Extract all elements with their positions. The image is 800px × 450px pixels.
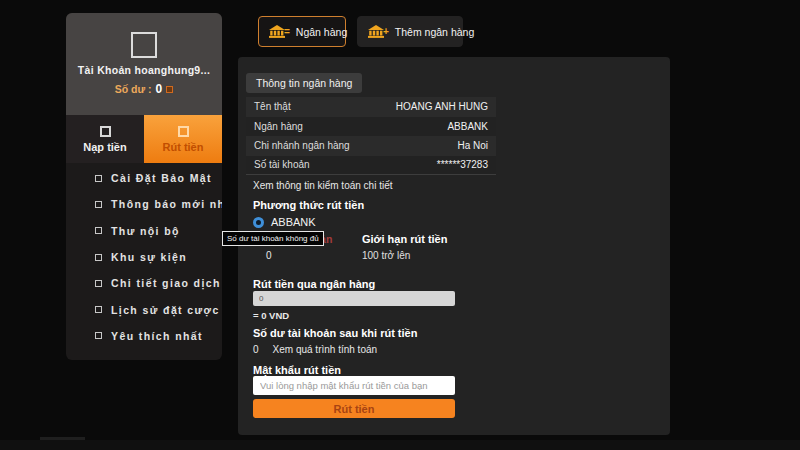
info-label: Số tài khoản — [254, 159, 310, 170]
sidebar-item-label: Chi tiết giao dịch — [111, 277, 221, 289]
audit-detail-link[interactable]: Xem thông tin kiểm toán chi tiết — [253, 180, 393, 191]
bullet-icon — [95, 254, 102, 261]
withdraw-limit-value: 100 trở lên — [362, 250, 410, 261]
tab-deposit[interactable]: Nạp tiền — [66, 115, 144, 163]
bullet-icon — [95, 332, 102, 339]
deposit-tab-label: Nạp tiền — [83, 141, 126, 153]
method-option-label: ABBANK — [271, 216, 316, 228]
calculation-link[interactable]: Xem quá trình tính toán — [273, 344, 378, 355]
bank-plus-icon: + — [368, 25, 389, 38]
bullet-icon — [95, 306, 102, 313]
sidebar-item-label: Thư nội bộ — [111, 225, 180, 237]
deposit-tab-icon — [100, 126, 111, 137]
bullet-icon — [95, 201, 102, 208]
withdraw-password-header: Mật khẩu rút tiền — [253, 364, 341, 376]
sidebar-menu: Cài Đặt Bảo Mật Thông báo mới nhất Thư n… — [66, 163, 222, 349]
table-row: Số tài khoản ******37283 — [246, 156, 496, 176]
equals-sign-icon: = — [284, 26, 290, 37]
balance-after-header: Số dư tài khoản sau khi rút tiền — [253, 327, 417, 339]
bullet-icon — [95, 227, 102, 234]
refresh-icon[interactable] — [166, 86, 173, 93]
table-row: Ngân hàng ABBANK — [246, 117, 496, 137]
sidebar-item-events[interactable]: Khu sự kiện — [66, 244, 222, 270]
sidebar-item-bet-history[interactable]: Lịch sử đặt cược — [66, 296, 222, 322]
info-label: Ngân hàng — [254, 121, 303, 132]
sidebar-item-label: Yêu thích nhất — [111, 330, 203, 342]
converted-amount: = 0 VND — [253, 310, 289, 321]
sidebar: Tài Khoản hoanghung9... Số dư : 0 Nạp ti… — [66, 13, 222, 360]
account-summary: Tài Khoản hoanghung9... Số dư : 0 — [66, 13, 222, 115]
sidebar-item-security[interactable]: Cài Đặt Bảo Mật — [66, 165, 222, 191]
add-bank-tab-label: Thêm ngân hàng — [395, 26, 474, 38]
bullet-icon — [95, 175, 102, 182]
withdraw-tab-label: Rút tiền — [163, 141, 204, 153]
withdraw-tab-icon — [178, 126, 189, 137]
bank-info-table: Tên thật HOANG ANH HUNG Ngân hàng ABBANK… — [246, 97, 496, 175]
balance-after-value: 0 — [253, 344, 259, 355]
sidebar-item-label: Cài Đặt Bảo Mật — [111, 172, 212, 184]
withdraw-password-input[interactable] — [253, 376, 455, 395]
balance-after-row: 0 Xem quá trình tính toán — [253, 344, 377, 355]
info-value: HOANG ANH HUNG — [396, 101, 488, 112]
sidebar-item-transactions[interactable]: Chi tiết giao dịch — [66, 270, 222, 296]
insufficient-balance-tooltip: Số dư tài khoản không đủ — [222, 231, 324, 246]
sidebar-item-announcements[interactable]: Thông báo mới nhất — [66, 191, 222, 217]
radio-selected-icon[interactable] — [253, 217, 264, 228]
balance-value: 0 — [156, 82, 163, 96]
withdraw-panel: Thông tin ngân hàng Tên thật HOANG ANH H… — [238, 57, 670, 435]
bank-info-chip: Thông tin ngân hàng — [246, 73, 362, 93]
bank-tab-label: Ngân hàng — [296, 26, 347, 38]
withdraw-amount-header: Rút tiền qua ngân hàng — [253, 278, 375, 290]
add-bank-tab[interactable]: + Thêm ngân hàng — [357, 16, 463, 47]
table-row: Chi nhánh ngân hàng Ha Noi — [246, 136, 496, 156]
wallet-tabs: Nạp tiền Rút tiền — [66, 115, 222, 163]
avatar-placeholder-icon — [131, 32, 157, 58]
bullet-icon — [95, 280, 102, 287]
sidebar-item-favorites[interactable]: Yêu thích nhất — [66, 323, 222, 349]
account-balance-value: 0 — [266, 250, 272, 261]
method-option-abbank[interactable]: ABBANK — [253, 216, 316, 228]
info-label: Chi nhánh ngân hàng — [254, 140, 350, 151]
info-value: ******37283 — [437, 159, 488, 170]
balance-row: Số dư : 0 — [115, 82, 173, 96]
plus-sign-icon: + — [383, 26, 389, 37]
sidebar-item-label: Thông báo mới nhất — [111, 198, 222, 210]
page: Tài Khoản hoanghung9... Số dư : 0 Nạp ti… — [0, 0, 800, 450]
bank-icon: = — [269, 25, 290, 38]
info-value: ABBANK — [447, 121, 488, 132]
tab-withdraw[interactable]: Rút tiền — [144, 115, 222, 163]
balance-label: Số dư : — [115, 83, 152, 95]
withdraw-amount-input[interactable] — [253, 291, 455, 306]
table-row: Tên thật HOANG ANH HUNG — [246, 97, 496, 117]
account-title: Tài Khoản hoanghung9... — [78, 64, 210, 76]
withdraw-method-header: Phương thức rút tiền — [253, 199, 364, 211]
sidebar-item-inbox[interactable]: Thư nội bộ — [66, 218, 222, 244]
bank-tab[interactable]: = Ngân hàng — [258, 16, 346, 47]
info-label: Tên thật — [254, 101, 291, 112]
sidebar-item-label: Lịch sử đặt cược — [111, 304, 220, 316]
sidebar-item-label: Khu sự kiện — [111, 251, 187, 263]
info-value: Ha Noi — [457, 140, 488, 151]
footer-bar — [0, 440, 800, 450]
withdraw-submit-button[interactable]: Rút tiền — [253, 399, 455, 418]
withdraw-limit-label: Giới hạn rút tiền — [362, 233, 447, 245]
